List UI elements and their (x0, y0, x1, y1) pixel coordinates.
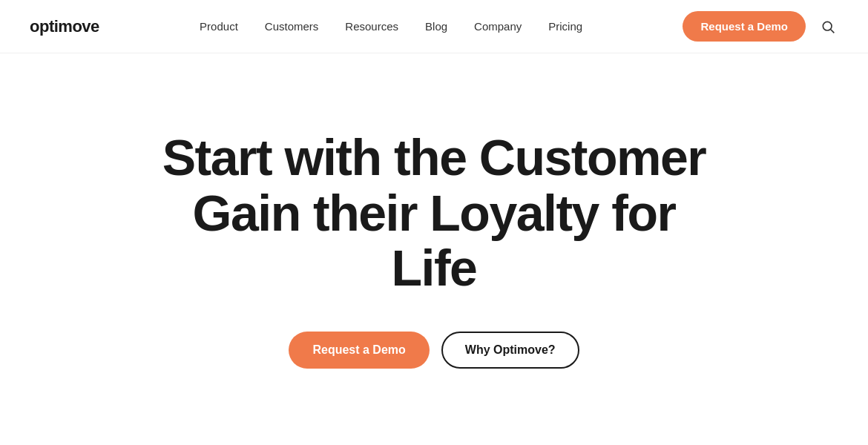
nav-item-resources[interactable]: Resources (345, 20, 398, 33)
nav-item-product[interactable]: Product (200, 20, 238, 33)
search-icon (821, 19, 835, 34)
header-actions: Request a Demo (683, 11, 838, 42)
site-header: optimove Product Customers Resources Blo… (0, 0, 868, 53)
brand-logo: optimove (30, 17, 99, 36)
header-cta-button[interactable]: Request a Demo (683, 11, 806, 42)
hero-section: Start with the Customer Gain their Loyal… (0, 53, 868, 445)
hero-secondary-cta-button[interactable]: Why Optimove? (441, 332, 579, 369)
hero-primary-cta-button[interactable]: Request a Demo (289, 332, 429, 369)
search-button[interactable] (818, 16, 838, 37)
hero-title-line2: Gain their Loyalty for Life (193, 185, 676, 297)
svg-point-0 (823, 22, 832, 30)
nav-item-blog[interactable]: Blog (425, 20, 447, 33)
hero-title-line1: Start with the Customer (162, 129, 706, 185)
nav-item-customers[interactable]: Customers (265, 20, 319, 33)
hero-cta-group: Request a Demo Why Optimove? (289, 332, 579, 369)
nav-item-company[interactable]: Company (474, 20, 522, 33)
svg-line-1 (831, 29, 835, 33)
nav-item-pricing[interactable]: Pricing (548, 20, 582, 33)
main-nav: Product Customers Resources Blog Company… (200, 20, 582, 33)
hero-title: Start with the Customer Gain their Loyal… (145, 130, 723, 296)
